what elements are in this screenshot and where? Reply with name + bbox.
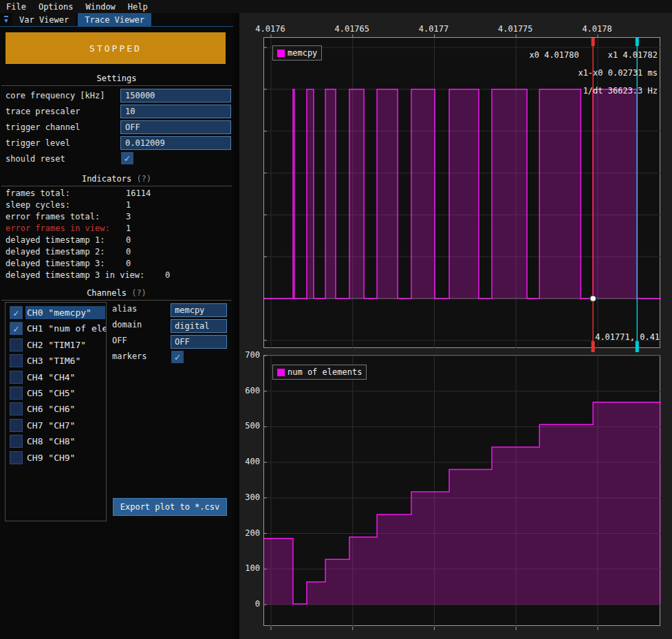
- indicators-section-title: Indicators (?): [0, 174, 233, 184]
- statistics-input[interactable]: [171, 335, 227, 349]
- channel-label-ch2[interactable]: CH2 "TIM17": [27, 340, 86, 350]
- menu-options[interactable]: Options: [32, 1, 80, 13]
- markers-checkbox[interactable]: [171, 351, 184, 363]
- settings-divider: [1, 85, 232, 86]
- indicator-value: 0: [165, 270, 170, 280]
- marker-x0-value: x0 4.01780: [530, 50, 579, 60]
- channel-label-ch0[interactable]: CH0 "memcpy": [25, 306, 105, 319]
- x-axis-tick-label: 4.01765: [334, 24, 369, 34]
- channel-checkbox-ch1[interactable]: [10, 322, 23, 335]
- setting-input-1[interactable]: [120, 105, 231, 118]
- indicator-label: sleep cycles:: [6, 200, 70, 210]
- menu-file[interactable]: File: [0, 1, 32, 13]
- markers-label: markers: [112, 351, 147, 361]
- acquisition-status-button[interactable]: STOPPED: [6, 32, 226, 64]
- trace-viewer-window: FileOptionsWindowHelp ▼ Var Viewer Trace…: [0, 0, 672, 639]
- setting-label-4: should reset: [6, 154, 65, 164]
- x-axis-tick-label: 4.01775: [498, 24, 533, 34]
- indicators-help-icon[interactable]: (?): [136, 174, 151, 184]
- setting-input-3[interactable]: [120, 136, 231, 150]
- y-axis-tick-label: 400: [239, 457, 260, 466]
- channel-row-ch7[interactable]: CH7 "CH7": [6, 418, 106, 434]
- alias-input[interactable]: [171, 303, 227, 317]
- x-axis-tick-label: 4.0176: [255, 24, 285, 34]
- menu-bar: FileOptionsWindowHelp: [0, 0, 672, 13]
- y-axis-tick-label: 600: [239, 386, 260, 396]
- indicator-label: delayed timestamp 3:: [6, 259, 105, 268]
- channel-row-ch6[interactable]: CH6 "CH6": [6, 402, 106, 418]
- channel-checkbox-ch6[interactable]: [10, 402, 23, 415]
- setting-checkbox-4[interactable]: [121, 152, 133, 164]
- y-axis-tick-label: 500: [239, 421, 260, 431]
- legend-num-elements[interactable]: num of elements: [272, 365, 367, 380]
- num-elements-swatch-icon: [277, 369, 285, 376]
- channel-label-ch4[interactable]: CH4 "CH4": [27, 372, 75, 382]
- setting-label-3: trigger level: [6, 138, 70, 148]
- channel-row-ch3[interactable]: CH3 "TIM6": [6, 354, 106, 369]
- setting-input-0[interactable]: [120, 89, 231, 102]
- menu-help[interactable]: Help: [122, 1, 154, 13]
- menu-window[interactable]: Window: [79, 1, 121, 13]
- channel-row-ch5[interactable]: CH5 "CH5": [6, 386, 106, 402]
- legend-memcpy[interactable]: memcpy: [272, 45, 322, 61]
- memcpy-plot[interactable]: memcpy x0 4.01780x1 4.01782 x1-x0 0.0273…: [263, 37, 660, 348]
- channel-row-ch8[interactable]: CH8 "CH8": [6, 434, 106, 450]
- indicator-row: error frames in view:1: [0, 224, 233, 235]
- channel-checkbox-ch3[interactable]: [10, 354, 23, 367]
- indicator-label: frames total:: [6, 188, 70, 198]
- indicator-label: delayed timestamp 3 in view:: [6, 270, 144, 280]
- plot-panel: 4.01764.017654.01774.017754.0178 0100200…: [239, 13, 672, 639]
- channel-row-ch2[interactable]: CH2 "TIM17": [6, 338, 106, 354]
- channel-row-ch0[interactable]: CH0 "memcpy": [6, 305, 106, 321]
- tab-var-viewer[interactable]: Var Viewer: [12, 13, 76, 26]
- indicator-row: delayed timestamp 3 in view:0: [0, 270, 233, 282]
- setting-input-2[interactable]: [120, 120, 231, 134]
- channels-help-icon[interactable]: (?): [131, 288, 147, 298]
- indicator-value: 0: [126, 259, 131, 268]
- channel-label-ch7[interactable]: CH7 "CH7": [27, 420, 75, 431]
- channel-label-ch6[interactable]: CH6 "CH6": [27, 404, 75, 414]
- marker-readout: x0 4.01780x1 4.01782 x1-x0 0.02731 ms 1/…: [490, 42, 658, 105]
- indicator-row: delayed timestamp 3:0: [0, 259, 233, 270]
- channel-checkbox-ch4[interactable]: [10, 371, 23, 384]
- domain-input[interactable]: [171, 319, 227, 333]
- channel-row-ch9[interactable]: CH9 "CH9": [6, 451, 106, 466]
- channel-label-ch5[interactable]: CH5 "CH5": [27, 388, 75, 398]
- channel-checkbox-ch8[interactable]: [10, 435, 23, 448]
- tab-trace-viewer[interactable]: Trace Viewer: [78, 13, 151, 26]
- indicator-label: error frames total:: [6, 212, 100, 221]
- num-elements-plot[interactable]: num of elements: [263, 355, 660, 626]
- channel-list[interactable]: CH0 "memcpy"CH1 "num of elemCH2 "TIM17"C…: [5, 302, 107, 521]
- channels-divider: [1, 300, 232, 301]
- memcpy-swatch-icon: [277, 50, 285, 57]
- y-axis-tick-label: 0: [239, 599, 260, 609]
- setting-label-2: trigger channel: [6, 122, 80, 132]
- channel-checkbox-ch7[interactable]: [10, 419, 23, 432]
- domain-label: domain: [112, 320, 142, 329]
- marker-delta-value: x1-x0 0.02731 ms: [578, 68, 658, 78]
- channel-checkbox-ch0[interactable]: [10, 306, 23, 319]
- channel-label-ch3[interactable]: CH3 "TIM6": [27, 356, 80, 366]
- collapse-tabs-icon[interactable]: ▼: [0, 13, 12, 26]
- channel-checkbox-ch5[interactable]: [10, 387, 23, 400]
- x-axis-tick-label: 4.0178: [582, 24, 611, 34]
- channel-label-ch8[interactable]: CH8 "CH8": [27, 436, 75, 446]
- channel-checkbox-ch9[interactable]: [10, 451, 23, 464]
- indicator-label: error frames in view:: [6, 224, 110, 233]
- marker-freq-value: 1/dt 36623.3 Hz: [583, 86, 658, 96]
- channel-row-ch4[interactable]: CH4 "CH4": [6, 370, 106, 386]
- channel-row-ch1[interactable]: CH1 "num of elem: [6, 321, 106, 337]
- export-csv-button[interactable]: Export plot to *.csv: [113, 498, 227, 516]
- indicator-label: delayed timestamp 1:: [6, 235, 105, 245]
- y-axis-tick-label: 100: [239, 563, 260, 573]
- channel-label-ch9[interactable]: CH9 "CH9": [27, 453, 75, 463]
- indicator-value: 0: [126, 235, 131, 245]
- indicator-value: 1: [126, 200, 131, 210]
- indicator-value: 0: [126, 247, 131, 257]
- indicator-row: delayed timestamp 1:0: [0, 235, 233, 247]
- channel-label-ch1[interactable]: CH1 "num of elem: [27, 323, 107, 334]
- channel-checkbox-ch2[interactable]: [10, 338, 23, 351]
- settings-section-title: Settings: [0, 74, 233, 83]
- indicator-row: error frames total:3: [0, 212, 233, 224]
- y-axis-tick-label: 300: [239, 492, 260, 502]
